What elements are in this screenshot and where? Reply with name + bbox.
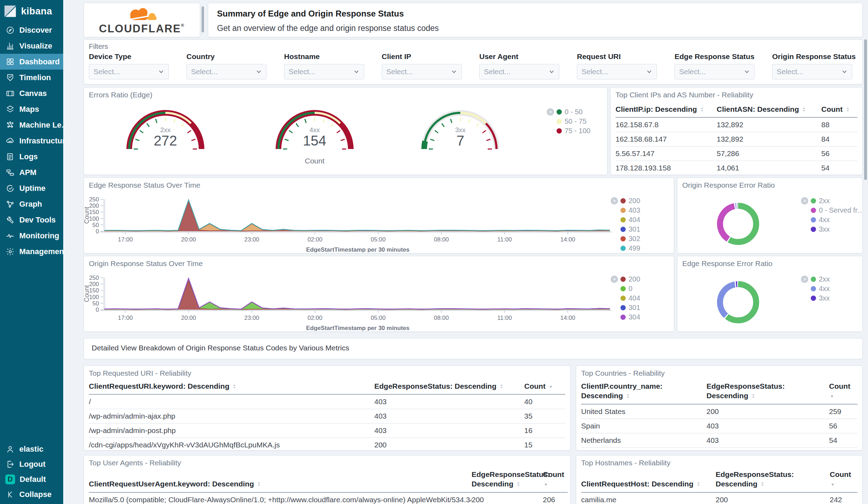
legend-toggle-icon[interactable]: [547, 108, 554, 116]
legend-label: 3xx: [819, 294, 830, 302]
sidebar-item-logout[interactable]: Logout: [0, 457, 63, 472]
sidebar-item-dashboard[interactable]: Dashboard: [0, 54, 63, 70]
table-cell: 84: [821, 132, 857, 147]
sort-desc-icon: [548, 382, 554, 390]
filter-select-client-ip[interactable]: Select...: [382, 64, 462, 79]
legend-item-4xx[interactable]: 4xx: [801, 215, 863, 225]
column-header-clientasn-descending[interactable]: ClientASN: Descending: [717, 104, 821, 118]
filter-select-hostname[interactable]: Select...: [284, 64, 364, 79]
sidebar-item-timelion[interactable]: Timelion: [0, 70, 63, 85]
panel-title: Top User Agents - Reliability: [89, 459, 181, 467]
legend-toggle-icon[interactable]: [801, 197, 808, 205]
sidebar-item-dev-tools[interactable]: Dev Tools: [0, 212, 63, 228]
sidebar-item-management[interactable]: Management: [0, 244, 63, 259]
legend-item-200[interactable]: 200: [611, 274, 640, 284]
filter-select-device-type[interactable]: Select...: [89, 64, 169, 79]
legend-item-0[interactable]: 0: [611, 284, 640, 293]
legend-toggle-icon[interactable]: [611, 197, 618, 205]
svg-text:02:00: 02:00: [308, 236, 323, 243]
column-header-count[interactable]: Count: [821, 104, 857, 118]
visualize-icon: [6, 41, 15, 51]
legend-item-3xx[interactable]: 3xx: [801, 225, 863, 234]
legend-item-2xx[interactable]: 2xx: [801, 196, 863, 206]
chevron-down-icon: [744, 69, 750, 75]
table-cell: 200: [472, 493, 543, 504]
legend-item-302[interactable]: 302: [611, 234, 640, 244]
sidebar-item-graph[interactable]: Graph: [0, 196, 63, 212]
sort-desc-icon: [829, 392, 835, 400]
column-header-edgeresponsestatus-descending[interactable]: EdgeResponseStatus: Descending: [472, 470, 543, 493]
sidebar-item-collapse[interactable]: Collapse: [0, 487, 63, 502]
sidebar-item-infrastructure[interactable]: Infrastructure: [0, 133, 63, 149]
legend-item-403[interactable]: 403: [611, 206, 640, 215]
column-header-clientip-ip-descending[interactable]: ClientIP.ip: Descending: [616, 104, 717, 118]
svg-text:150: 150: [89, 209, 99, 215]
column-header-edgeresponsestatus-descending[interactable]: EdgeResponseStatus: Descending: [706, 381, 829, 405]
logo-panel-scrollbar[interactable]: [202, 6, 204, 32]
page-scrollbar[interactable]: [864, 39, 867, 180]
column-header-clientrequestuseragent-keyword-descending[interactable]: ClientRequestUserAgent.keyword: Descendi…: [89, 479, 472, 492]
legend-item-2xx[interactable]: 2xx: [801, 274, 830, 284]
filter-select-request-uri[interactable]: Select...: [577, 64, 657, 79]
legend-toggle-icon[interactable]: [801, 276, 808, 283]
chevron-down-icon: [451, 69, 457, 75]
table-cell: 88: [821, 118, 857, 132]
table-cell: Netherlands: [581, 433, 706, 448]
panel-title: Top Requested URI - Reliability: [89, 369, 191, 377]
kibana-logo[interactable]: kibana: [0, 0, 63, 22]
legend-color-dot: [811, 227, 816, 232]
legend-item-499[interactable]: 499: [611, 244, 640, 253]
sidebar-item-default-space[interactable]: DDefault: [0, 472, 63, 487]
sidebar-item-label: Collapse: [19, 490, 52, 499]
filter-group-client-ip: Client IPSelect...: [382, 52, 479, 79]
legend-toggle-icon[interactable]: [611, 276, 618, 283]
sidebar-item-visualize[interactable]: Visualize: [0, 38, 63, 54]
legend-item-404[interactable]: 404: [611, 215, 640, 225]
filter-select-origin-response-status[interactable]: Select...: [772, 64, 852, 79]
svg-text:20:00: 20:00: [181, 236, 196, 243]
sidebar-item-apm[interactable]: APM: [0, 164, 63, 180]
column-header-clientrequesturi-keyword-descending[interactable]: ClientRequestURI.keyword: Descending: [89, 381, 374, 395]
column-header-clientrequesthost-descending[interactable]: ClientRequestHost: Descending: [581, 479, 716, 492]
filter-select-edge-response-status[interactable]: Select...: [675, 64, 755, 79]
graph-icon: [6, 200, 15, 209]
table-cell: 28: [829, 448, 857, 451]
sidebar-item-machine-learning[interactable]: Machine Le…: [0, 117, 63, 133]
legend-item-75-100[interactable]: 75 - 100: [547, 126, 590, 136]
legend-item-3xx[interactable]: 3xx: [801, 293, 830, 303]
legend-item-50-75[interactable]: 50 - 75: [547, 117, 590, 126]
column-header-edgeresponsestatus-descending[interactable]: EdgeResponseStatus: Descending: [716, 470, 830, 493]
filter-select-user-agent[interactable]: Select...: [479, 64, 559, 79]
sidebar-item-discover[interactable]: Discover: [0, 22, 63, 38]
sidebar-item-logs[interactable]: Logs: [0, 149, 63, 164]
legend-item-301[interactable]: 301: [611, 225, 640, 234]
maps-icon: [6, 105, 15, 114]
sidebar-item-monitoring[interactable]: Monitoring: [0, 228, 63, 244]
legend-item-4xx[interactable]: 4xx: [801, 284, 830, 293]
column-header-label: Count: [830, 470, 851, 478]
column-header-count[interactable]: Count: [524, 381, 565, 395]
legend-item-404[interactable]: 404: [611, 293, 640, 303]
legend-item-304[interactable]: 304: [611, 312, 640, 322]
legend-item-301[interactable]: 301: [611, 303, 640, 312]
column-header-clientip-country-name-descending[interactable]: ClientIP.country_name: Descending: [581, 381, 706, 405]
sidebar-item-canvas[interactable]: Canvas: [0, 85, 63, 101]
sidebar-item-maps[interactable]: Maps: [0, 101, 63, 117]
legend-item-0-50[interactable]: 0 - 50: [547, 107, 590, 117]
filter-group-request-uri: Request URISelect...: [577, 52, 675, 79]
table-cell: Spain: [581, 419, 706, 433]
column-header-count[interactable]: Count: [829, 381, 857, 405]
sidebar-item-elastic[interactable]: elastic: [0, 441, 63, 457]
sort-icon: [760, 480, 765, 488]
column-header-edgeresponsestatus-descending[interactable]: EdgeResponseStatus: Descending: [374, 381, 524, 395]
filter-placeholder: Select...: [191, 67, 218, 76]
filter-select-country[interactable]: Select...: [186, 64, 267, 79]
sidebar-item-uptime[interactable]: Uptime: [0, 180, 63, 196]
panel-cloudflare-logo: CLOUDFLARE®: [84, 3, 200, 37]
column-header-count[interactable]: Count: [543, 470, 568, 493]
chevron-down-icon: [646, 69, 652, 75]
table-cell: 403: [706, 419, 829, 433]
legend-item-0-served-fr[interactable]: 0 - Served fr…: [801, 206, 863, 215]
column-header-count[interactable]: Count: [830, 470, 857, 493]
legend-item-200[interactable]: 200: [611, 196, 640, 206]
